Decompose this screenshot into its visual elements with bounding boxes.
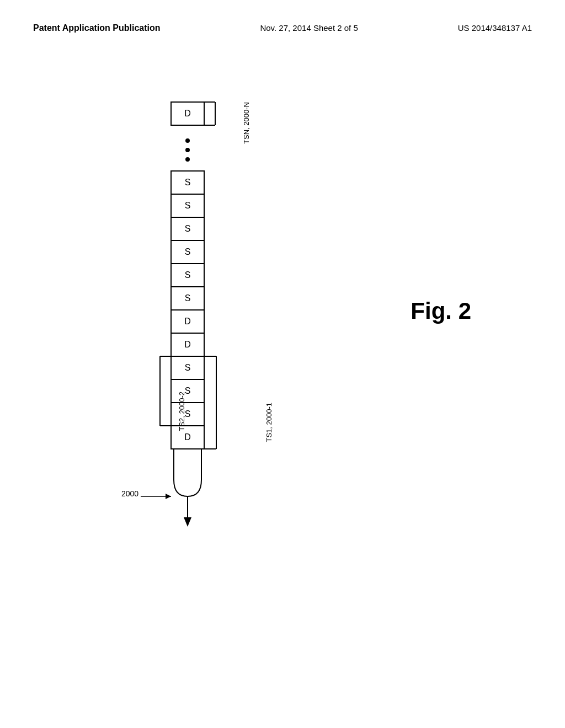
figure-label: Fig. 2 [411,298,471,324]
svg-rect-27 [171,379,204,403]
svg-text:D: D [184,432,191,442]
svg-rect-25 [171,356,204,379]
svg-text:TS2, 2000-2: TS2, 2000-2 [178,392,186,431]
svg-point-6 [185,138,190,143]
svg-rect-23 [171,333,204,356]
svg-text:TS1, 2000-1: TS1, 2000-1 [265,403,273,442]
header-right: US 2014/348137 A1 [458,22,532,34]
header-left: Patent Application Publication [33,22,161,34]
svg-text:D: D [184,109,191,118]
svg-text:D: D [184,317,191,326]
svg-text:D: D [184,340,191,349]
svg-text:S: S [185,293,191,303]
svg-rect-0 [171,102,204,125]
publication-title: Patent Application Publication [33,23,161,33]
svg-rect-31 [171,426,204,449]
fig-number: Fig. 2 [411,298,471,324]
svg-text:S: S [185,386,191,395]
svg-text:S: S [185,201,191,210]
svg-point-8 [185,157,190,162]
svg-rect-21 [171,310,204,333]
svg-marker-47 [166,494,171,499]
svg-text:TSN, 2000-N: TSN, 2000-N [242,102,250,144]
svg-text:S: S [185,270,191,280]
svg-text:S: S [185,247,191,256]
svg-marker-44 [184,517,191,527]
svg-rect-15 [171,240,204,264]
svg-point-7 [185,148,190,152]
svg-text:S: S [185,363,191,372]
svg-rect-17 [171,264,204,287]
patent-number: US 2014/348137 A1 [458,23,532,33]
svg-rect-11 [171,194,204,217]
header-center: Nov. 27, 2014 Sheet 2 of 5 [260,22,358,34]
svg-rect-13 [171,217,204,240]
svg-text:S: S [185,224,191,233]
svg-rect-19 [171,287,204,310]
page-header: Patent Application Publication Nov. 27, … [0,0,565,45]
svg-text:S: S [185,178,191,187]
diagram-svg: D TSN, 2000-N S S S S S S D D S S S D TS… [0,0,565,728]
svg-rect-29 [171,403,204,426]
svg-text:S: S [185,409,191,419]
sheet-info: Nov. 27, 2014 Sheet 2 of 5 [260,23,358,33]
svg-text:2000: 2000 [121,489,138,498]
svg-rect-9 [171,171,204,194]
